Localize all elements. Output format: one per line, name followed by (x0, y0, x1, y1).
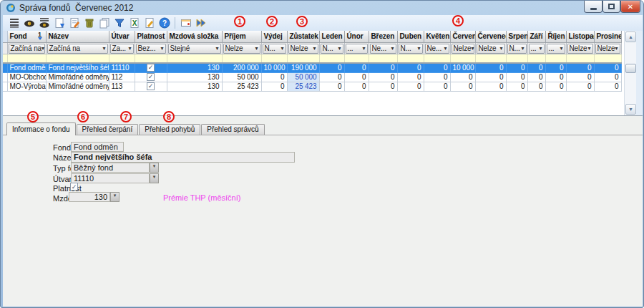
grid-cell[interactable]: MO-Obchod (7, 72, 46, 82)
grid-cell[interactable]: Fond největšího šéfa (46, 63, 109, 72)
grid-cell[interactable]: Mimořádné odměny (46, 72, 109, 82)
grid-cell[interactable]: 0 (261, 72, 287, 82)
grid-cell[interactable]: 0 (527, 82, 545, 91)
column-header[interactable]: Mzdová složka (167, 31, 222, 42)
filter-input-cell[interactable] (109, 54, 135, 63)
filter-input-cell[interactable] (167, 54, 222, 63)
filter-input-cell[interactable] (135, 54, 167, 63)
grid-cell[interactable]: 0 (344, 82, 369, 91)
grid-cell[interactable]: 0 (397, 72, 424, 82)
filter-input-cell[interactable] (287, 54, 319, 63)
excel-export-icon[interactable]: X (127, 16, 142, 30)
edit-record-icon[interactable] (67, 16, 82, 30)
filter-input-cell[interactable] (319, 54, 344, 63)
column-header[interactable]: Leden (319, 31, 344, 42)
grid-cell[interactable]: Fond odměn (7, 63, 46, 72)
edit-cell-icon[interactable] (142, 16, 157, 30)
column-header[interactable]: Fond1 (7, 31, 46, 42)
column-header[interactable]: Duben (397, 31, 424, 42)
grid-cell[interactable]: 0 (545, 82, 566, 91)
grid-cell[interactable]: 0 (506, 63, 527, 72)
grid-cell[interactable]: 10 000 (261, 63, 287, 72)
column-filter-dropdown[interactable]: Ne...▾ (370, 44, 396, 54)
new-record-icon[interactable] (52, 16, 67, 30)
typ-fondu-field[interactable]: Běžný fond (71, 163, 150, 173)
column-header[interactable]: Srpen (506, 31, 527, 42)
tab-prehled-cerpani[interactable]: Přehled čerpání (77, 124, 139, 135)
column-header[interactable]: Zůstatek (287, 31, 319, 42)
filter-icon[interactable] (112, 16, 127, 30)
column-filter-dropdown[interactable]: N...▾ (321, 44, 343, 54)
column-filter-dropdown[interactable]: Za...▾ (110, 44, 134, 54)
column-filter-dropdown[interactable]: Nelze▾ (223, 44, 260, 54)
grid-cell[interactable]: 0 (397, 82, 424, 91)
column-filter-dropdown[interactable]: N...▾ (399, 44, 423, 54)
filter-input-cell[interactable] (527, 54, 545, 63)
grid-cell[interactable]: 0 (594, 63, 621, 72)
grid-cell[interactable]: 0 (261, 82, 287, 91)
column-header[interactable]: Únor (344, 31, 369, 42)
filter-input-cell[interactable] (344, 54, 369, 63)
grid-cell[interactable]: 0 (397, 63, 424, 72)
grid-cell[interactable]: 0 (475, 82, 506, 91)
tab-prehled-pohybu[interactable]: Přehled pohybů (139, 124, 200, 135)
grid-cell[interactable]: 0 (545, 72, 566, 82)
column-header[interactable]: Název (46, 31, 109, 42)
grid-cell[interactable]: 0 (566, 63, 594, 72)
grid-cell[interactable]: 0 (545, 63, 566, 72)
filter-input-cell[interactable] (475, 54, 506, 63)
mzdova-slozka-lookup-button[interactable]: ▾ (110, 192, 119, 202)
grid-cell[interactable]: 0 (369, 82, 397, 91)
maximize-button[interactable] (602, 1, 620, 13)
grid-cell[interactable]: MO-Výroba (7, 82, 46, 91)
grid-cell[interactable]: 0 (450, 72, 475, 82)
column-filter-dropdown[interactable]: Nelze▾ (595, 44, 620, 54)
column-filter-dropdown[interactable]: ...▾ (547, 44, 565, 54)
grid-cell[interactable]: 0 (566, 82, 594, 91)
filter-input-cell[interactable] (545, 54, 566, 63)
grid-cell[interactable]: 0 (475, 72, 506, 82)
column-header[interactable]: Červen (450, 31, 475, 42)
filter-input-cell[interactable] (369, 54, 397, 63)
column-header[interactable]: Březen (369, 31, 397, 42)
column-header[interactable]: Listopad (566, 31, 594, 42)
grid-cell[interactable]: 0 (506, 72, 527, 82)
grid-cell[interactable]: 25 423 (287, 82, 319, 91)
grid-cell[interactable]: 10 000 (450, 63, 475, 72)
grid-cell[interactable]: 11110 (109, 63, 135, 72)
filter-input-cell[interactable] (594, 54, 621, 63)
close-button[interactable]: ✕ (620, 1, 640, 13)
grid-cell[interactable]: 190 000 (287, 63, 319, 72)
grid-cell[interactable]: 0 (566, 72, 594, 82)
column-filter-dropdown[interactable]: Nelze▾ (567, 44, 593, 54)
grid-cell[interactable]: 0 (594, 82, 621, 91)
column-filter-dropdown[interactable]: Nelze▾ (452, 44, 474, 54)
column-filter-dropdown[interactable]: ...▾ (346, 44, 368, 54)
grid-cell[interactable]: 130 (167, 72, 222, 82)
column-filter-dropdown[interactable]: Začíná na▾ (9, 44, 45, 54)
filter-input-cell[interactable] (46, 54, 109, 63)
grid-cell[interactable]: 0 (527, 63, 545, 72)
filter-input-cell[interactable] (506, 54, 527, 63)
column-header[interactable]: Září (527, 31, 545, 42)
grid-cell[interactable]: 130 (167, 82, 222, 91)
minimize-button[interactable] (584, 1, 602, 13)
scrollbar-thumb[interactable] (625, 64, 636, 73)
column-header[interactable]: Výdej (261, 31, 287, 42)
filter-input-cell[interactable] (450, 54, 475, 63)
platnost-checkbox[interactable]: ✓ (147, 82, 155, 90)
help-icon[interactable]: ? (157, 16, 172, 30)
titlebar[interactable]: Správa fondů Červenec 2012 ✕ (1, 1, 643, 15)
grid-cell[interactable]: 130 (167, 63, 222, 72)
delete-record-icon[interactable] (82, 16, 97, 30)
grid-cell[interactable]: 0 (450, 82, 475, 91)
view-icon[interactable] (21, 16, 36, 30)
grid-cell[interactable]: 113 (109, 82, 135, 91)
grid-cell[interactable]: 0 (319, 72, 344, 82)
scroll-down-button[interactable]: ▼ (625, 104, 636, 115)
grid-cell[interactable]: 0 (424, 72, 450, 82)
column-filter-dropdown[interactable]: Ne...▾ (425, 44, 449, 54)
grid-cell[interactable]: 0 (424, 82, 450, 91)
column-header[interactable]: Říjen (545, 31, 566, 42)
fast-forward-icon[interactable] (193, 16, 208, 30)
